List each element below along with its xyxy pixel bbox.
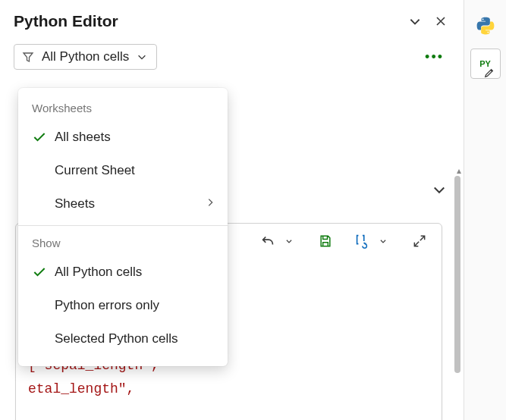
chevron-down-icon bbox=[432, 182, 447, 197]
pencil-icon bbox=[484, 67, 495, 78]
menu-item-label: Sheets bbox=[55, 196, 200, 212]
undo-icon bbox=[259, 233, 276, 249]
chevron-down-icon bbox=[285, 237, 293, 245]
pane-header: Python Editor bbox=[0, 0, 464, 38]
undo-button[interactable] bbox=[259, 233, 276, 249]
menu-section-show: Show bbox=[18, 230, 228, 255]
expand-icon bbox=[412, 234, 427, 249]
menu-item-label: Current Sheet bbox=[55, 163, 215, 178]
scroll-up-arrow[interactable]: ▴ bbox=[457, 165, 461, 176]
save-icon bbox=[318, 234, 333, 249]
convert-output-button[interactable] bbox=[354, 233, 370, 249]
side-rail: PY bbox=[464, 0, 506, 420]
menu-item-label: All Python cells bbox=[55, 265, 215, 280]
filter-dropdown-button[interactable]: All Python cells bbox=[14, 44, 157, 70]
brackets-refresh-icon bbox=[354, 233, 370, 249]
menu-item-all-sheets[interactable]: All sheets bbox=[18, 121, 228, 154]
python-icon bbox=[476, 16, 495, 36]
chevron-down-icon bbox=[408, 14, 422, 28]
menu-item-label: Selected Python cells bbox=[55, 331, 215, 346]
menu-item-python-errors-only[interactable]: Python errors only bbox=[18, 289, 228, 322]
chevron-down-icon bbox=[379, 237, 387, 245]
menu-item-selected-python-cells[interactable]: Selected Python cells bbox=[18, 322, 228, 356]
ellipsis-icon: ••• bbox=[425, 49, 444, 64]
collapse-pane-button[interactable] bbox=[404, 11, 426, 32]
menu-divider bbox=[18, 225, 228, 226]
close-pane-button[interactable] bbox=[430, 11, 451, 32]
close-icon bbox=[435, 15, 447, 27]
undo-menu-button[interactable] bbox=[281, 233, 297, 249]
menu-item-label: Python errors only bbox=[55, 298, 215, 313]
chevron-down-icon bbox=[137, 52, 147, 62]
python-editor-rail-button[interactable]: PY bbox=[470, 49, 501, 79]
filter-dropdown-menu: Worksheets All sheets Current Sheet Shee… bbox=[18, 88, 228, 366]
chevron-right-icon bbox=[205, 196, 215, 212]
python-logo-button[interactable] bbox=[470, 11, 501, 41]
convert-menu-button[interactable] bbox=[375, 233, 391, 249]
filter-toolbar: All Python cells ••• bbox=[0, 38, 464, 77]
cell-collapse-button[interactable] bbox=[432, 182, 447, 200]
more-options-button[interactable]: ••• bbox=[419, 46, 450, 68]
save-button[interactable] bbox=[317, 233, 334, 249]
expand-button[interactable] bbox=[411, 233, 428, 249]
menu-item-all-python-cells[interactable]: All Python cells bbox=[18, 255, 228, 289]
scrollbar-thumb[interactable] bbox=[454, 176, 460, 373]
filter-label: All Python cells bbox=[42, 49, 129, 64]
filter-icon bbox=[22, 51, 34, 63]
menu-item-label: All sheets bbox=[55, 130, 215, 145]
pane-title: Python Editor bbox=[14, 12, 400, 30]
menu-item-current-sheet[interactable]: Current Sheet bbox=[18, 154, 228, 187]
check-icon bbox=[29, 130, 50, 145]
menu-item-sheets[interactable]: Sheets bbox=[18, 187, 228, 221]
check-icon bbox=[29, 265, 50, 280]
menu-section-worksheets: Worksheets bbox=[18, 96, 228, 121]
